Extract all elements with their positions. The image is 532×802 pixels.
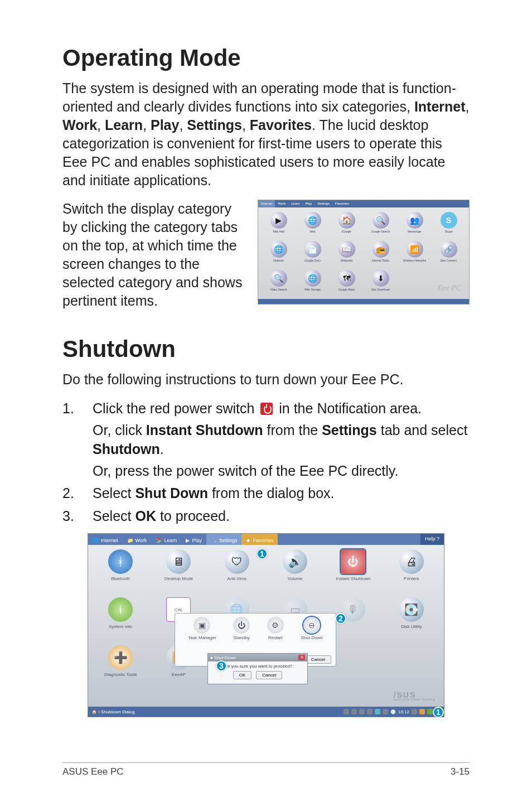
- icon-label: Messenger: [408, 230, 422, 233]
- eee-pc-watermark: Eee PC: [438, 284, 461, 293]
- storage-icon: 🌐: [304, 270, 321, 287]
- tray-icon: [419, 709, 425, 714]
- app-volume[interactable]: 🔊Volume: [266, 549, 324, 597]
- step-3: 3. Select OK to proceed.: [62, 506, 470, 526]
- ok-button[interactable]: OK: [233, 671, 252, 679]
- icon-label: Volume: [288, 576, 303, 581]
- globe-icon: 🔍: [373, 212, 389, 229]
- step-1: 1. Click the red power switch in the Not…: [62, 399, 470, 480]
- globe-icon: 🏠: [338, 212, 355, 229]
- search-icon: 🔍: [270, 270, 287, 287]
- icon-label: Video Search: [270, 288, 287, 291]
- radio-icon: 📻: [373, 241, 389, 258]
- power-switch-icon: [260, 403, 273, 415]
- app-system-info[interactable]: iSystem Info: [91, 597, 149, 645]
- app-instant-shutdown[interactable]: ⏻Instant Shutdown: [324, 549, 382, 597]
- icon-label: Network: [273, 259, 283, 262]
- category-work: Work: [62, 117, 97, 133]
- info-icon: i: [108, 597, 133, 622]
- text: ,: [242, 117, 250, 133]
- heading-operating-mode: Operating Mode: [62, 45, 470, 71]
- docs-icon: 📄: [304, 241, 321, 258]
- text: to proceed.: [156, 508, 230, 524]
- tab-settings[interactable]: 🔧Settings: [206, 534, 242, 545]
- icon-label: Skype: [445, 230, 453, 233]
- option-standby[interactable]: ⏻Standby: [233, 617, 250, 653]
- ok-label: OK: [135, 508, 156, 524]
- option-label: Task Manager: [188, 635, 216, 640]
- close-icon[interactable]: ✕: [298, 655, 305, 660]
- settings-label: Settings: [322, 422, 377, 438]
- app-printers[interactable]: 🖨Printers: [383, 549, 441, 597]
- icon-label: Google Docs: [304, 259, 321, 262]
- maps-icon: 🗺: [338, 270, 355, 287]
- icon-label: Web: [309, 230, 315, 233]
- icon-label: Web Storage: [304, 288, 321, 291]
- screenshot-settings-shutdown: 🌐Internet 📁Work 📚Learn ▶Play 🔧Settings ★…: [88, 533, 444, 717]
- category-favorites: Favorites: [250, 117, 312, 133]
- icon-label: Diagnostic Tools: [104, 672, 137, 677]
- dialog-title: Shut Down: [214, 655, 236, 660]
- tab-label: Internet: [101, 538, 118, 543]
- volume-icon: 🔊: [283, 549, 307, 574]
- text: ,: [179, 117, 187, 133]
- tab-favorites[interactable]: ★Favorites: [241, 534, 278, 545]
- globe-icon: 📖: [338, 241, 355, 258]
- disk-icon: 💽: [399, 597, 424, 622]
- cancel-button[interactable]: Cancel: [305, 655, 331, 664]
- icon-label: Instant Shutdown: [336, 576, 371, 581]
- taskmanager-icon: ▣: [194, 617, 210, 634]
- option-shut-down[interactable]: ⊖Shut Down: [301, 617, 322, 653]
- text: .: [160, 441, 164, 457]
- tab-help[interactable]: Help ?: [420, 534, 444, 545]
- cancel-button[interactable]: Cancel: [256, 671, 282, 679]
- connect-icon: 🔗: [441, 241, 457, 258]
- app-bluetooth[interactable]: ᚼBluetooth: [91, 549, 149, 597]
- heading-shutdown: Shutdown: [62, 336, 470, 363]
- text: in the Notification area.: [275, 400, 422, 416]
- tab-label: Favorites: [253, 538, 273, 543]
- download-icon: ⬇: [373, 270, 389, 287]
- bluetooth-icon: ᚼ: [108, 549, 133, 574]
- wifi-icon: 📶: [407, 241, 423, 258]
- icon-label: Eee Download: [371, 288, 390, 291]
- tab-internet[interactable]: 🌐Internet: [88, 534, 123, 545]
- ss-icon-grid: ᚼBluetooth 🖥Desktop Mode 🛡Anti-Virus 🔊Vo…: [88, 545, 444, 707]
- shutdown-label: Shutdown: [93, 441, 160, 457]
- category-learn: Learn: [105, 117, 143, 133]
- option-restart[interactable]: ⚙Restart: [267, 617, 284, 653]
- folder-icon: 📁: [127, 538, 133, 543]
- icon-label: Eee Connect: [441, 259, 457, 262]
- step-number: 2.: [62, 484, 76, 503]
- page-footer: ASUS Eee PC 3-15: [62, 762, 470, 777]
- text: Click the red power switch: [93, 400, 258, 416]
- eee-tab: Favorites: [332, 200, 352, 207]
- home-icon: 🏠: [91, 709, 97, 714]
- instant-shutdown-label: Instant Shutdown: [146, 422, 263, 438]
- tab-play[interactable]: ▶Play: [181, 534, 206, 545]
- text: Select: [93, 508, 135, 524]
- icon-label: Disk Utility: [401, 624, 422, 629]
- text: Or, press the power switch of the Eee PC…: [93, 461, 470, 481]
- ss-tab-bar: 🌐Internet 📁Work 📚Learn ▶Play 🔧Settings ★…: [88, 534, 444, 545]
- globe-icon: ▶: [270, 212, 287, 229]
- text: tab and select: [377, 422, 468, 438]
- brand-tagline: Rock Solid • Heart Touching: [394, 698, 435, 701]
- tab-work[interactable]: 📁Work: [123, 534, 152, 545]
- app-disk-utility[interactable]: 💽Disk Utility: [383, 597, 441, 645]
- tab-label: Learn: [164, 538, 177, 543]
- app-diagnostic[interactable]: ➕Diagnostic Tools: [91, 645, 149, 693]
- status-text: Shutdown Dialog: [101, 709, 134, 714]
- option-task-manager[interactable]: ▣Task Manager: [188, 617, 216, 653]
- tab-learn[interactable]: 📚Learn: [151, 534, 181, 545]
- icon-label: iGoogle: [342, 230, 351, 233]
- asus-brand: /SUS Rock Solid • Heart Touching: [394, 690, 435, 701]
- paragraph-shutdown-intro: Do the following instructions to turn do…: [62, 370, 470, 389]
- callout-1: 1: [257, 548, 268, 559]
- icon-label: Internet Radio: [372, 259, 389, 262]
- app-desktop-mode[interactable]: 🖥Desktop Mode: [149, 549, 207, 597]
- tray-icon: [344, 709, 349, 714]
- ss-status-bar: 🏠 › Shutdown Dialog 🕙 10:12: [88, 707, 444, 717]
- footer-left: ASUS Eee PC: [62, 766, 124, 777]
- eee-tab: Work: [275, 200, 288, 207]
